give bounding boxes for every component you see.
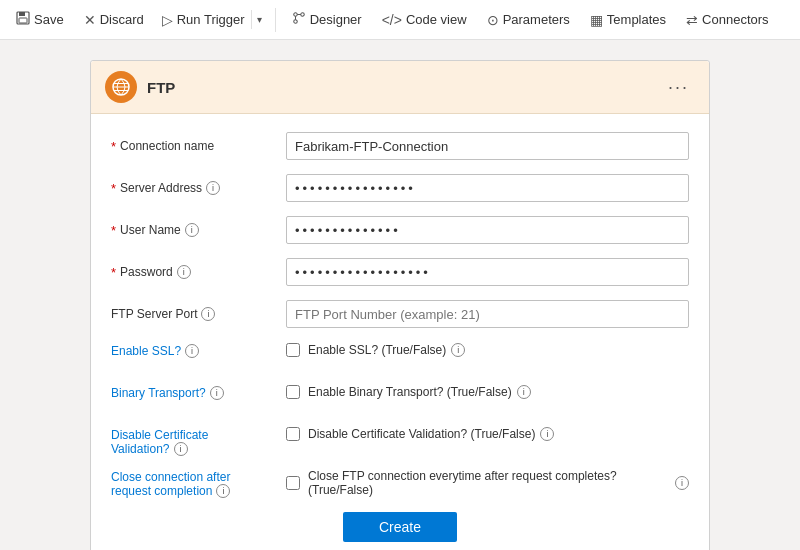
run-icon: ▷ <box>162 12 173 28</box>
connection-name-input[interactable] <box>286 132 689 160</box>
enable-ssl-field: Enable SSL? (True/False) i <box>286 340 689 357</box>
disable-cert-label: Disable Certificate Validation? i <box>111 424 286 456</box>
username-row: * User Name i <box>111 214 689 246</box>
binary-transport-info-icon[interactable]: i <box>210 386 224 400</box>
enable-ssl-label: Enable SSL? i <box>111 340 286 358</box>
card-header-left: FTP <box>105 71 175 103</box>
parameters-icon: ⊙ <box>487 12 499 28</box>
enable-ssl-checkbox-info-icon[interactable]: i <box>451 343 465 357</box>
password-info-icon[interactable]: i <box>177 265 191 279</box>
disable-cert-checkbox[interactable] <box>286 427 300 441</box>
server-address-input[interactable] <box>286 174 689 202</box>
required-star-3: * <box>111 223 116 238</box>
binary-transport-checkbox-label: Enable Binary Transport? (True/False) i <box>308 385 531 399</box>
ftp-icon <box>105 71 137 103</box>
disable-cert-label-line2: Validation? i <box>111 442 188 456</box>
code-view-button[interactable]: </> Code view <box>374 8 475 32</box>
username-input[interactable] <box>286 216 689 244</box>
save-label: Save <box>34 12 64 27</box>
close-connection-checkbox[interactable] <box>286 476 300 490</box>
card-body: * Connection name * Server Address i * U… <box>91 114 709 550</box>
connectors-button[interactable]: ⇄ Connectors <box>678 8 776 32</box>
caret-down-icon: ▾ <box>257 14 262 25</box>
parameters-label: Parameters <box>503 12 570 27</box>
enable-ssl-checkbox[interactable] <box>286 343 300 357</box>
svg-rect-2 <box>19 18 27 23</box>
designer-icon <box>292 11 306 28</box>
ftp-port-row: FTP Server Port i <box>111 298 689 330</box>
ftp-card: FTP ··· * Connection name * Server Addre… <box>90 60 710 550</box>
discard-button[interactable]: ✕ Discard <box>76 8 152 32</box>
password-label: * Password i <box>111 265 286 280</box>
close-connection-checkbox-label: Close FTP connection everytime after req… <box>308 469 689 497</box>
close-connection-label: Close connection after request completio… <box>111 466 286 498</box>
templates-icon: ▦ <box>590 12 603 28</box>
svg-point-3 <box>293 13 297 17</box>
binary-transport-row: Binary Transport? i Enable Binary Transp… <box>111 382 689 414</box>
ftp-port-info-icon[interactable]: i <box>201 307 215 321</box>
parameters-button[interactable]: ⊙ Parameters <box>479 8 578 32</box>
binary-transport-checkbox-info-icon[interactable]: i <box>517 385 531 399</box>
connection-name-row: * Connection name <box>111 130 689 162</box>
card-menu-button[interactable]: ··· <box>662 75 695 100</box>
toolbar-divider-1 <box>275 8 276 32</box>
ftp-port-label: FTP Server Port i <box>111 307 286 321</box>
disable-cert-row: Disable Certificate Validation? i Disabl… <box>111 424 689 456</box>
disable-cert-checkbox-label: Disable Certificate Validation? (True/Fa… <box>308 427 554 441</box>
server-address-row: * Server Address i <box>111 172 689 204</box>
enable-ssl-info-icon[interactable]: i <box>185 344 199 358</box>
code-view-icon: </> <box>382 12 402 28</box>
binary-transport-field: Enable Binary Transport? (True/False) i <box>286 382 689 399</box>
binary-transport-label: Binary Transport? i <box>111 382 286 400</box>
required-star-1: * <box>111 139 116 154</box>
connectors-icon: ⇄ <box>686 12 698 28</box>
username-label: * User Name i <box>111 223 286 238</box>
server-address-label: * Server Address i <box>111 181 286 196</box>
disable-cert-field: Disable Certificate Validation? (True/Fa… <box>286 424 689 441</box>
run-trigger-label: Run Trigger <box>177 12 245 27</box>
required-star-2: * <box>111 181 116 196</box>
svg-point-4 <box>300 13 304 17</box>
svg-rect-1 <box>19 12 25 16</box>
code-view-label: Code view <box>406 12 467 27</box>
enable-ssl-row: Enable SSL? i Enable SSL? (True/False) i <box>111 340 689 372</box>
run-trigger-caret[interactable]: ▾ <box>251 10 267 29</box>
svg-point-5 <box>293 20 297 24</box>
close-connection-row: Close connection after request completio… <box>111 466 689 498</box>
required-star-4: * <box>111 265 116 280</box>
username-info-icon[interactable]: i <box>185 223 199 237</box>
save-icon <box>16 11 30 28</box>
close-connection-field: Close FTP connection everytime after req… <box>286 466 689 497</box>
card-title: FTP <box>147 79 175 96</box>
binary-transport-checkbox[interactable] <box>286 385 300 399</box>
password-row: * Password i <box>111 256 689 288</box>
connectors-label: Connectors <box>702 12 768 27</box>
close-connection-label-line1: Close connection after <box>111 470 230 484</box>
enable-ssl-checkbox-label: Enable SSL? (True/False) i <box>308 343 465 357</box>
disable-cert-info-icon[interactable]: i <box>174 442 188 456</box>
main-area: FTP ··· * Connection name * Server Addre… <box>0 40 800 550</box>
discard-label: Discard <box>100 12 144 27</box>
run-trigger-group: ▷ Run Trigger ▾ <box>156 8 267 32</box>
create-btn-row: Create <box>111 512 689 542</box>
designer-label: Designer <box>310 12 362 27</box>
templates-button[interactable]: ▦ Templates <box>582 8 674 32</box>
disable-cert-checkbox-info-icon[interactable]: i <box>540 427 554 441</box>
card-header: FTP ··· <box>91 61 709 114</box>
close-connection-checkbox-info-icon[interactable]: i <box>675 476 689 490</box>
disable-cert-label-line1: Disable Certificate <box>111 428 208 442</box>
save-button[interactable]: Save <box>8 7 72 32</box>
ftp-port-input[interactable] <box>286 300 689 328</box>
run-trigger-button[interactable]: ▷ Run Trigger <box>156 8 251 32</box>
connection-name-label: * Connection name <box>111 139 286 154</box>
toolbar: Save ✕ Discard ▷ Run Trigger ▾ Designer … <box>0 0 800 40</box>
discard-icon: ✕ <box>84 12 96 28</box>
designer-button[interactable]: Designer <box>284 7 370 32</box>
create-button[interactable]: Create <box>343 512 457 542</box>
server-address-info-icon[interactable]: i <box>206 181 220 195</box>
close-connection-label-line2: request completion i <box>111 484 230 498</box>
templates-label: Templates <box>607 12 666 27</box>
close-connection-info-icon[interactable]: i <box>216 484 230 498</box>
password-input[interactable] <box>286 258 689 286</box>
